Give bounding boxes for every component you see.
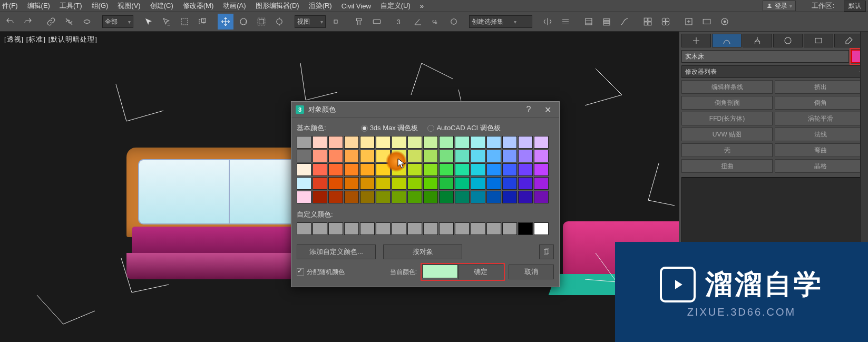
ok-button[interactable]: 确定 bbox=[458, 265, 503, 279]
color-swatch[interactable] bbox=[313, 163, 327, 176]
select-rotate-button[interactable] bbox=[236, 14, 251, 30]
color-swatch[interactable] bbox=[392, 136, 406, 149]
color-swatch[interactable] bbox=[360, 177, 375, 190]
dialog-titlebar[interactable]: 3 对象颜色 ? ✕ bbox=[291, 102, 559, 118]
mod-turbosmooth[interactable]: 涡轮平滑 bbox=[775, 112, 866, 125]
custom-color-swatch[interactable] bbox=[502, 222, 517, 235]
mod-extrude[interactable]: 挤出 bbox=[775, 80, 866, 94]
color-swatch[interactable] bbox=[423, 136, 438, 149]
custom-color-swatch[interactable] bbox=[344, 222, 359, 235]
color-swatch[interactable] bbox=[313, 191, 327, 203]
color-swatch[interactable] bbox=[423, 163, 438, 176]
select-move-button[interactable] bbox=[218, 14, 233, 30]
spinner-snap-button[interactable] bbox=[446, 14, 462, 30]
color-swatch[interactable] bbox=[502, 150, 517, 162]
color-swatch[interactable] bbox=[313, 136, 327, 149]
bind-button[interactable] bbox=[79, 14, 95, 30]
color-swatch[interactable] bbox=[534, 177, 549, 190]
color-swatch[interactable] bbox=[502, 177, 517, 190]
color-swatch[interactable] bbox=[486, 177, 501, 190]
color-swatch[interactable] bbox=[313, 150, 327, 162]
color-swatch[interactable] bbox=[328, 136, 343, 149]
color-swatch[interactable] bbox=[534, 191, 549, 203]
add-custom-color-button[interactable]: 添加自定义颜色... bbox=[297, 245, 376, 259]
color-swatch[interactable] bbox=[360, 150, 375, 162]
custom-color-swatch[interactable] bbox=[360, 222, 375, 235]
by-object-button[interactable]: 按对象 bbox=[383, 245, 462, 259]
color-swatch[interactable] bbox=[392, 191, 406, 203]
color-swatch[interactable] bbox=[534, 150, 549, 162]
color-swatch[interactable] bbox=[486, 191, 501, 203]
mod-ffd-box[interactable]: FFD(长方体) bbox=[681, 112, 773, 125]
color-swatch[interactable] bbox=[376, 177, 391, 190]
color-swatch[interactable] bbox=[534, 136, 549, 149]
rendered-frame-button[interactable] bbox=[699, 14, 715, 30]
assign-random-checkbox[interactable]: 分配随机颜色 bbox=[297, 268, 345, 277]
custom-color-swatch[interactable] bbox=[392, 222, 406, 235]
color-swatch[interactable] bbox=[407, 191, 422, 203]
menu-graph[interactable]: 图形编辑器(D) bbox=[256, 1, 299, 11]
color-swatch[interactable] bbox=[439, 136, 454, 149]
schematic-view-button[interactable] bbox=[640, 14, 656, 30]
color-swatch[interactable] bbox=[423, 177, 438, 190]
color-swatch[interactable] bbox=[392, 150, 406, 162]
menu-overflow-icon[interactable]: » bbox=[420, 2, 424, 10]
render-production-button[interactable] bbox=[717, 14, 733, 30]
custom-color-swatch[interactable] bbox=[439, 222, 454, 235]
tab-create[interactable] bbox=[681, 34, 711, 47]
cancel-button[interactable]: 取消 bbox=[509, 265, 554, 279]
align-button[interactable] bbox=[558, 14, 573, 30]
percent-snap-button[interactable]: % bbox=[428, 14, 444, 30]
curve-editor-button[interactable] bbox=[617, 14, 632, 30]
color-swatch[interactable] bbox=[423, 150, 438, 162]
mod-normal[interactable]: 法线 bbox=[775, 128, 866, 141]
color-swatch[interactable] bbox=[360, 136, 375, 149]
color-swatch[interactable] bbox=[328, 150, 343, 162]
mod-twist[interactable]: 扭曲 bbox=[681, 159, 773, 173]
color-swatch[interactable] bbox=[439, 150, 454, 162]
color-swatch[interactable] bbox=[344, 191, 359, 203]
use-pivot-center-button[interactable] bbox=[328, 14, 344, 30]
color-swatch[interactable] bbox=[407, 177, 422, 190]
color-swatch[interactable] bbox=[439, 191, 454, 203]
mod-bevel-profile[interactable]: 倒角剖面 bbox=[681, 96, 773, 110]
menu-civil[interactable]: Civil View bbox=[342, 2, 371, 10]
tab-modify[interactable] bbox=[712, 34, 742, 47]
angle-snap-button[interactable] bbox=[410, 14, 426, 30]
custom-color-swatch[interactable] bbox=[328, 222, 343, 235]
login-button[interactable]: 登录 ▾ bbox=[763, 1, 796, 11]
tab-utilities[interactable] bbox=[834, 34, 864, 47]
keyboard-shortcut-override-button[interactable] bbox=[369, 14, 385, 30]
color-swatch[interactable] bbox=[344, 177, 359, 190]
select-manipulate-button[interactable] bbox=[351, 14, 367, 30]
render-setup-button[interactable] bbox=[681, 14, 697, 30]
color-swatch[interactable] bbox=[486, 150, 501, 162]
color-swatch[interactable] bbox=[518, 163, 533, 176]
color-swatch[interactable] bbox=[407, 163, 422, 176]
current-color-swatch[interactable] bbox=[422, 265, 458, 278]
color-swatch[interactable] bbox=[486, 163, 501, 176]
close-button[interactable]: ✕ bbox=[540, 104, 555, 115]
select-scale-button[interactable] bbox=[253, 14, 269, 30]
radio-3dsmax-palette[interactable]: 3ds Max 调色板 bbox=[361, 123, 418, 133]
color-swatch[interactable] bbox=[534, 163, 549, 176]
radio-autocad-palette[interactable]: AutoCAD ACI 调色板 bbox=[427, 123, 500, 133]
custom-color-swatch[interactable] bbox=[518, 222, 533, 235]
modifier-list-dropdown[interactable]: 修改器列表 bbox=[681, 65, 866, 78]
color-swatch[interactable] bbox=[297, 163, 311, 176]
custom-color-swatch[interactable] bbox=[423, 222, 438, 235]
color-swatch[interactable] bbox=[360, 191, 375, 203]
color-swatch[interactable] bbox=[407, 136, 422, 149]
custom-color-swatch[interactable] bbox=[471, 222, 485, 235]
menu-group[interactable]: 组(G) bbox=[92, 1, 109, 11]
color-swatch[interactable] bbox=[407, 150, 422, 162]
mod-uvw-map[interactable]: UVW 贴图 bbox=[681, 128, 773, 141]
select-window-crossing-button[interactable] bbox=[194, 14, 210, 30]
color-swatch[interactable] bbox=[376, 150, 391, 162]
color-swatch[interactable] bbox=[328, 163, 343, 176]
color-clipboard-button[interactable] bbox=[539, 245, 554, 259]
color-swatch[interactable] bbox=[328, 191, 343, 203]
custom-color-swatch[interactable] bbox=[376, 222, 391, 235]
menu-edit[interactable]: 编辑(E) bbox=[27, 1, 50, 11]
color-swatch[interactable] bbox=[455, 163, 470, 176]
